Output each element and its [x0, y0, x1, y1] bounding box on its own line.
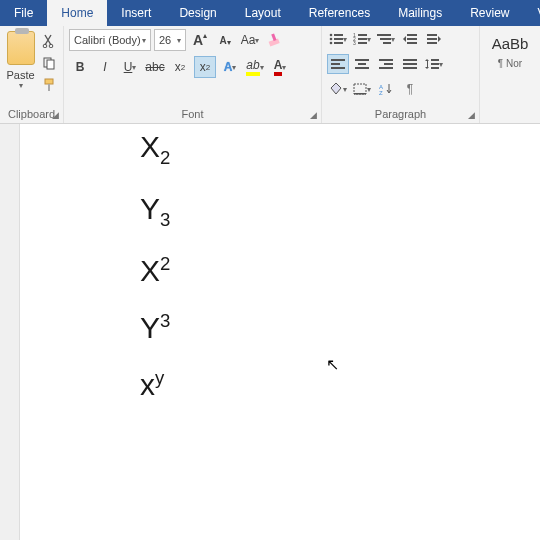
copy-button[interactable] [40, 54, 58, 72]
chevron-down-icon: ▾ [142, 36, 146, 45]
sort-button[interactable]: AZ [375, 79, 397, 99]
svg-rect-32 [355, 59, 369, 61]
font-color-button[interactable]: A▾ [269, 56, 291, 78]
left-gutter [0, 124, 20, 540]
grow-font-button[interactable]: A▴ [189, 29, 211, 51]
svg-rect-46 [354, 93, 366, 95]
paste-button[interactable]: Paste ▾ [5, 29, 36, 107]
group-label-paragraph: Paragraph [327, 107, 474, 122]
svg-rect-35 [379, 59, 393, 61]
tab-references[interactable]: References [295, 0, 384, 26]
tab-design[interactable]: Design [165, 0, 230, 26]
cut-button[interactable] [40, 32, 58, 50]
doc-line[interactable]: Y3 [140, 312, 540, 343]
group-styles: AaBb ¶ Nor [480, 26, 540, 123]
svg-rect-24 [407, 38, 417, 40]
tab-view[interactable]: Vi [524, 0, 540, 26]
doc-line[interactable]: Y3 [140, 194, 540, 230]
clipboard-dialog-launcher[interactable]: ◢ [49, 109, 61, 121]
increase-indent-button[interactable] [423, 29, 445, 49]
svg-rect-5 [48, 84, 50, 91]
svg-rect-30 [331, 63, 340, 65]
svg-rect-31 [331, 67, 345, 69]
svg-point-8 [330, 34, 333, 37]
change-case-button[interactable]: Aa▾ [239, 29, 261, 51]
svg-rect-38 [403, 59, 417, 61]
svg-point-12 [330, 42, 333, 45]
tab-insert[interactable]: Insert [107, 0, 165, 26]
justify-button[interactable] [399, 54, 421, 74]
svg-rect-37 [379, 67, 393, 69]
svg-rect-23 [407, 34, 417, 36]
svg-rect-42 [431, 59, 439, 61]
clear-formatting-button[interactable] [264, 29, 286, 51]
svg-rect-4 [45, 79, 53, 84]
svg-rect-43 [431, 63, 439, 65]
multilevel-list-button[interactable]: ▾ [375, 29, 397, 49]
doc-line[interactable]: X2 [140, 132, 540, 168]
decrease-indent-button[interactable] [399, 29, 421, 49]
svg-rect-22 [383, 42, 391, 44]
svg-rect-28 [427, 42, 437, 44]
show-marks-button[interactable]: ¶ [399, 79, 421, 99]
svg-rect-19 [358, 42, 367, 44]
paste-label: Paste [6, 69, 34, 81]
svg-rect-33 [358, 63, 366, 65]
paste-dropdown[interactable]: ▾ [19, 81, 23, 90]
font-size-combo[interactable]: 26▾ [154, 29, 186, 51]
line-spacing-button[interactable]: ▾ [423, 54, 445, 74]
align-center-button[interactable] [351, 54, 373, 74]
highlight-button[interactable]: ab▾ [244, 56, 266, 78]
tab-layout[interactable]: Layout [231, 0, 295, 26]
underline-button[interactable]: U▾ [119, 56, 141, 78]
borders-button[interactable]: ▾ [351, 79, 373, 99]
svg-rect-34 [355, 67, 369, 69]
svg-rect-21 [380, 38, 391, 40]
numbering-button[interactable]: 123▾ [351, 29, 373, 49]
doc-line[interactable]: xy [140, 369, 540, 400]
shading-button[interactable]: ▾ [327, 79, 349, 99]
svg-rect-27 [427, 38, 437, 40]
bullets-button[interactable]: ▾ [327, 29, 349, 49]
align-right-button[interactable] [375, 54, 397, 74]
group-label-font: Font [69, 107, 316, 122]
chevron-down-icon: ▾ [177, 36, 181, 45]
svg-rect-20 [377, 34, 391, 36]
bold-button[interactable]: B [69, 56, 91, 78]
tab-home[interactable]: Home [47, 0, 107, 26]
paragraph-dialog-launcher[interactable]: ◢ [465, 109, 477, 121]
svg-rect-26 [427, 34, 437, 36]
style-preview[interactable]: AaBb [492, 35, 529, 52]
group-font: Calibri (Body)▾ 26▾ A▴ A▾ Aa▾ B I U▾ abc… [64, 26, 322, 123]
svg-text:Z: Z [379, 90, 383, 95]
menu-bar: File Home Insert Design Layout Reference… [0, 0, 540, 26]
svg-rect-15 [358, 34, 367, 36]
svg-rect-44 [431, 67, 439, 69]
tab-review[interactable]: Review [456, 0, 523, 26]
italic-button[interactable]: I [94, 56, 116, 78]
document-page[interactable]: X2 Y3 X2 Y3 xy ↖ [20, 124, 540, 540]
tab-mailings[interactable]: Mailings [384, 0, 456, 26]
svg-rect-29 [331, 59, 345, 61]
strikethrough-button[interactable]: abc [144, 56, 166, 78]
text-effects-button[interactable]: A▾ [219, 56, 241, 78]
shrink-font-button[interactable]: A▾ [214, 29, 236, 51]
svg-rect-45 [354, 84, 366, 94]
doc-line[interactable]: X2 [140, 255, 540, 286]
svg-rect-39 [403, 63, 417, 65]
ribbon: Paste ▾ Clipboard ◢ Calibri (Body)▾ 26▾ … [0, 26, 540, 124]
svg-rect-3 [47, 60, 54, 69]
font-name-combo[interactable]: Calibri (Body)▾ [69, 29, 151, 51]
svg-rect-11 [334, 38, 343, 40]
svg-rect-40 [403, 67, 417, 69]
svg-point-10 [330, 38, 333, 41]
font-name-value: Calibri (Body) [74, 34, 141, 46]
svg-rect-41 [427, 61, 428, 67]
superscript-button[interactable]: x2 [194, 56, 216, 78]
subscript-button[interactable]: x2 [169, 56, 191, 78]
format-painter-button[interactable] [40, 76, 58, 94]
tab-file[interactable]: File [0, 0, 47, 26]
workspace: X2 Y3 X2 Y3 xy ↖ [0, 124, 540, 540]
font-dialog-launcher[interactable]: ◢ [307, 109, 319, 121]
align-left-button[interactable] [327, 54, 349, 74]
